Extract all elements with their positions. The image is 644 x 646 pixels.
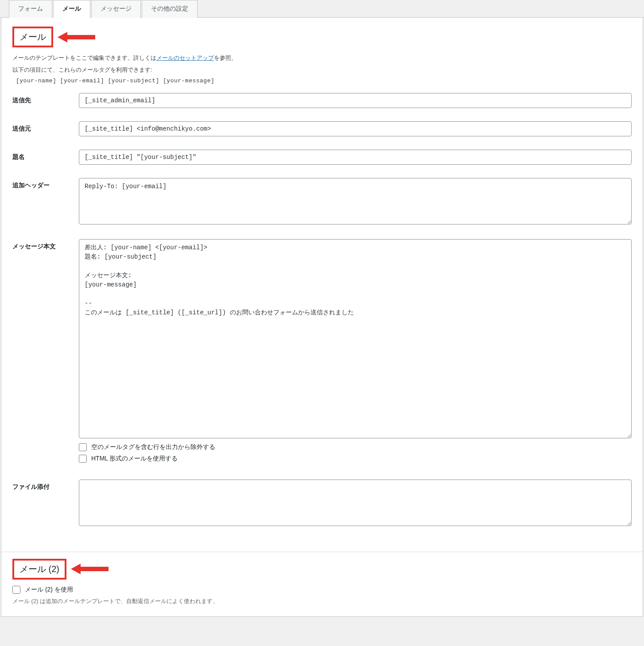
label-body: メッセージ本文 [12,239,79,251]
checkbox-use-mail2[interactable] [12,586,20,594]
label-attachments: ファイル添付 [12,480,79,491]
row-exclude-blank: 空のメールタグを含む行を出力から除外する [79,443,632,451]
desc-suffix: を参照。 [214,54,237,61]
mail2-section: メール (2) メール (2) を使用 メール (2) は追加のメールテンプレー… [1,552,643,616]
input-from[interactable] [79,121,632,136]
tab-other-settings[interactable]: その他の設定 [142,0,198,18]
label-exclude-blank[interactable]: 空のメールタグを含む行を出力から除外する [91,443,215,451]
mail1-heading: メール [19,32,46,42]
checkbox-use-html[interactable] [79,455,87,463]
row-from: 送信元 [12,121,632,136]
textarea-attachments[interactable] [79,480,632,526]
mail2-heading: メール (2) [19,564,59,574]
textarea-body[interactable] [79,239,632,438]
label-use-html[interactable]: HTML 形式のメールを使用する [91,455,178,463]
checkbox-exclude-blank[interactable] [79,443,87,451]
mail-panel: メール メールのテンプレートをここで編集できます。詳しくはメールのセットアップを… [1,18,643,617]
row-use-html: HTML 形式のメールを使用する [79,455,632,463]
mail1-description: メールのテンプレートをここで編集できます。詳しくはメールのセットアップを参照。 [12,54,632,63]
label-from: 送信元 [12,121,79,133]
row-to: 送信先 [12,93,632,108]
row-attachments: ファイル添付 [12,480,632,527]
annotation-highlight-box-2: メール (2) [12,559,66,580]
row-body: メッセージ本文 空のメールタグを含む行を出力から除外する HTML 形式のメール… [12,239,632,466]
mail2-description: メール (2) は追加のメールテンプレートで、自動返信メールによく使われます。 [12,597,632,605]
mail2-heading-wrap: メール (2) [12,559,66,580]
label-subject: 題名 [12,150,79,161]
tags-intro: 以下の項目にて、これらのメールタグを利用できます: [12,66,632,75]
textarea-headers[interactable] [79,178,632,224]
tab-mail[interactable]: メール [53,0,90,18]
mail-setup-link[interactable]: メールのセットアップ [156,54,214,61]
svg-marker-0 [58,32,95,43]
label-use-mail2[interactable]: メール (2) を使用 [25,586,73,594]
desc-prefix: メールのテンプレートをここで編集できます。詳しくは [12,54,156,61]
arrow-left-icon [71,562,109,576]
row-headers: 追加ヘッダー [12,178,632,226]
arrow-left-icon [58,31,95,44]
label-headers: 追加ヘッダー [12,178,79,190]
tab-messages[interactable]: メッセージ [91,0,141,18]
input-subject[interactable] [79,150,632,165]
svg-marker-1 [71,564,109,574]
row-use-mail2: メール (2) を使用 [12,586,632,594]
mail1-form: 送信先 送信元 題名 追加ヘッダー [12,93,632,527]
mail1-heading-wrap: メール [12,27,53,47]
tab-form[interactable]: フォーム [9,0,52,18]
row-subject: 題名 [12,150,632,165]
input-to[interactable] [79,93,632,108]
annotation-highlight-box: メール [12,27,53,47]
mail1-section: メール メールのテンプレートをここで編集できます。詳しくはメールのセットアップを… [1,18,643,552]
label-to: 送信先 [12,93,79,104]
mail-tags-list: [your-name] [your-email] [your-subject] … [16,77,632,84]
tabs-bar: フォーム メール メッセージ その他の設定 [0,0,644,18]
